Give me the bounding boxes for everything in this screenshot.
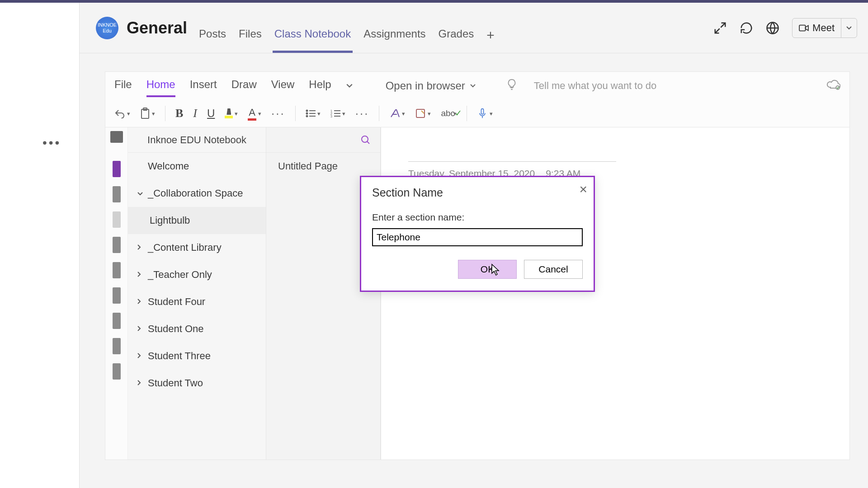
open-in-browser-label: Open in browser (386, 80, 465, 92)
section-tab-s2[interactable] (113, 363, 121, 380)
bullet-list-button[interactable]: ▾ (306, 109, 321, 117)
open-in-browser[interactable]: Open in browser (386, 80, 476, 92)
notebook-title-bar: Inknoe EDU Notebook (128, 127, 266, 153)
section-tab-lightbulb[interactable] (113, 211, 121, 228)
section-content-library[interactable]: _Content Library (128, 234, 266, 261)
section-label: Lightbulb (150, 215, 190, 226)
chevron-down-icon (470, 84, 476, 88)
section-label: _Teacher Only (148, 269, 212, 281)
section-student-two[interactable]: Student Two (128, 370, 266, 397)
more-paragraph-icon[interactable]: ··· (355, 107, 369, 121)
section-name-input[interactable] (372, 228, 583, 246)
section-tab-s1[interactable] (113, 313, 121, 329)
dialog-label: Enter a section name: (372, 212, 583, 223)
section-tab-welcome[interactable] (113, 161, 121, 177)
section-student-one[interactable]: Student One (128, 315, 266, 343)
ribbon-home[interactable]: Home (146, 78, 175, 94)
underline-button[interactable]: U (207, 107, 215, 120)
ribbon-view[interactable]: View (271, 78, 295, 94)
ribbon-more-chevron[interactable] (346, 81, 353, 91)
tab-files[interactable]: Files (239, 9, 262, 53)
notebook-title: Inknoe EDU Notebook (134, 134, 259, 146)
italic-button[interactable]: I (193, 107, 197, 120)
chevron-right-icon (137, 271, 144, 279)
team-avatar[interactable]: INKNOE Edu (96, 17, 118, 39)
tab-posts[interactable]: Posts (199, 9, 226, 53)
svg-rect-18 (481, 109, 484, 114)
section-welcome[interactable]: Welcome (128, 153, 266, 180)
styles-icon (389, 108, 400, 119)
page-title-input[interactable] (408, 145, 616, 162)
section-name-dialog: Section Name × Enter a section name: OK … (360, 176, 595, 292)
section-student-three[interactable]: Student Three (128, 343, 266, 370)
section-tab-collab[interactable] (113, 186, 121, 202)
undo-icon (114, 108, 125, 118)
search-icon[interactable] (360, 135, 371, 145)
styles-button[interactable]: ▾ (389, 108, 405, 119)
sync-icon[interactable] (827, 79, 840, 93)
section-tab-s3[interactable] (113, 338, 121, 354)
svg-point-7 (306, 116, 307, 117)
numbered-list-button[interactable]: 123 ▾ (330, 109, 345, 117)
svg-line-20 (367, 141, 369, 144)
spellcheck-button[interactable]: abc✓ ▾ (441, 108, 457, 119)
meet-button-main[interactable]: Meet (793, 22, 841, 34)
microphone-icon (477, 108, 488, 119)
onenote-frame: File Home Insert Draw View Help Open in … (105, 71, 850, 460)
section-label: Student Three (148, 350, 211, 362)
separator (467, 106, 467, 121)
ok-button[interactable]: OK (458, 260, 517, 279)
channel-header: INKNOE Edu General Posts Files Class Not… (80, 3, 868, 53)
paste-button[interactable]: ▾ (140, 108, 155, 119)
highlight-icon (225, 108, 233, 118)
chevron-right-icon (137, 352, 144, 360)
dictate-button[interactable]: ▾ (477, 108, 493, 119)
section-tab-teacher[interactable] (113, 262, 121, 278)
channel-title: General (127, 19, 187, 38)
rail-divider (79, 3, 80, 488)
ribbon-tabs: File Home Insert Draw View Help Open in … (105, 72, 849, 100)
teams-left-rail: ••• (0, 3, 80, 488)
section-label: _Content Library (148, 242, 222, 253)
add-tab-icon[interactable]: + (486, 28, 495, 53)
tab-class-notebook[interactable]: Class Notebook (274, 9, 351, 53)
ribbon-file[interactable]: File (114, 78, 132, 94)
lightbulb-icon[interactable] (507, 79, 517, 93)
highlight-button[interactable]: ▾ (225, 108, 238, 118)
cancel-button[interactable]: Cancel (524, 260, 583, 279)
svg-text:3: 3 (330, 115, 332, 117)
section-tab-content[interactable] (113, 237, 121, 253)
page-search-bar (266, 127, 380, 153)
font-color-button[interactable]: A ▾ (248, 107, 261, 121)
section-teacher-only[interactable]: _Teacher Only (128, 261, 266, 288)
tellme-text[interactable]: Tell me what you want to do (534, 80, 656, 92)
svg-point-5 (306, 110, 307, 112)
dialog-title: Section Name (372, 186, 583, 199)
chevron-right-icon (137, 380, 144, 387)
ribbon-insert[interactable]: Insert (190, 78, 217, 94)
undo-button[interactable]: ▾ (114, 108, 130, 118)
section-tab-s4[interactable] (113, 287, 121, 304)
tags-button[interactable]: ▾ (415, 108, 431, 119)
ribbon-draw[interactable]: Draw (231, 78, 257, 94)
section-lightbulb[interactable]: Lightbulb (128, 207, 266, 234)
tab-grades[interactable]: Grades (439, 9, 474, 53)
meet-button-chevron[interactable] (841, 19, 857, 38)
more-icon[interactable]: ••• (42, 136, 61, 150)
section-collaboration-space[interactable]: _Collaboration Space (128, 180, 266, 207)
ribbon-help[interactable]: Help (309, 78, 331, 94)
notebook-icon[interactable] (110, 131, 123, 143)
notebook-sidebar-rail (105, 127, 128, 460)
expand-icon[interactable] (713, 21, 727, 35)
more-formatting-icon[interactable]: ··· (271, 107, 285, 121)
section-student-four[interactable]: Student Four (128, 288, 266, 315)
bold-button[interactable]: B (175, 107, 183, 120)
section-label: Student One (148, 323, 204, 335)
spellcheck-icon: abc✓ (441, 108, 452, 119)
separator (295, 106, 296, 121)
globe-icon[interactable] (766, 21, 779, 35)
reload-icon[interactable] (740, 21, 753, 35)
tab-assignments[interactable]: Assignments (363, 9, 425, 53)
dialog-close-icon[interactable]: × (579, 183, 587, 196)
section-label: _Collaboration Space (148, 188, 243, 199)
